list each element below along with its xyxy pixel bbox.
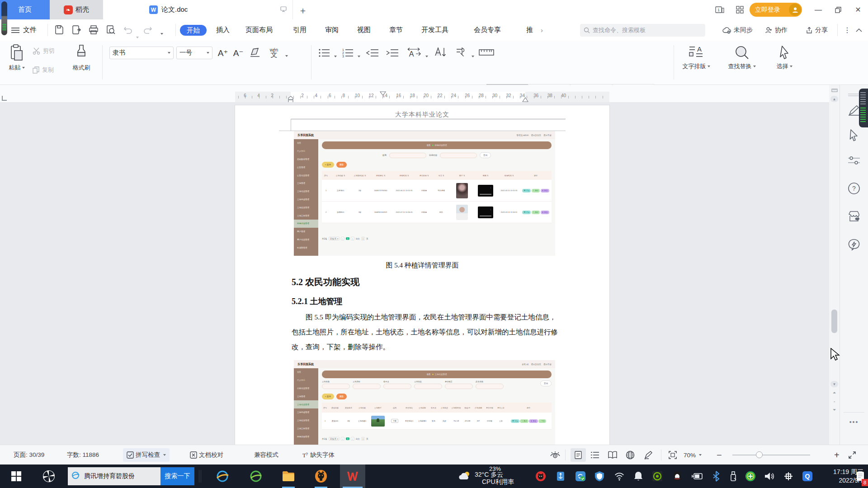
- proofread-button[interactable]: 文档校对: [190, 445, 223, 465]
- zoom-level[interactable]: 70%: [684, 445, 702, 465]
- bullet-caret-icon[interactable]: [333, 52, 337, 59]
- fig1-logout[interactable]: 退出登录: [543, 134, 552, 136]
- tray-wifi-icon[interactable]: [614, 471, 625, 482]
- zoom-slider-track[interactable]: [732, 455, 810, 455]
- export-icon[interactable]: [71, 25, 82, 36]
- font-name-select[interactable]: 隶书: [109, 47, 174, 59]
- panel-drag-handle[interactable]: [848, 90, 860, 99]
- collapse-ribbon-icon[interactable]: [856, 19, 862, 41]
- numbered-list-icon[interactable]: 123: [340, 47, 355, 59]
- missing-font-button[interactable]: T? 缺失字体: [301, 445, 335, 465]
- panel-more-icon[interactable]: •••: [849, 418, 859, 426]
- pen-tool-icon[interactable]: [848, 104, 860, 118]
- fig1-table-row[interactable]: 2 水稻田01 3亩 1646961164519 2022-07-11 10:5…: [322, 202, 552, 223]
- redo-icon[interactable]: [143, 25, 154, 36]
- decrease-indent-icon[interactable]: [364, 47, 381, 59]
- fig-sidebar-item[interactable]: 土地管理: [294, 392, 318, 400]
- decrease-font-icon[interactable]: A⁻: [231, 47, 245, 59]
- horizontal-ruler[interactable]: 642246810121416182022242628303234363840: [0, 92, 840, 102]
- web-view-icon[interactable]: [626, 445, 635, 465]
- spellcheck-button[interactable]: 拼写检查: [123, 448, 170, 462]
- eye-protect-icon[interactable]: [550, 445, 561, 465]
- fig-sidebar-item[interactable]: 种植详情管理: [294, 220, 318, 228]
- pinyin-guide-icon[interactable]: wén文: [265, 45, 283, 60]
- fig-sidebar-item[interactable]: 首页: [294, 368, 318, 376]
- close-button[interactable]: ✕: [848, 0, 868, 19]
- start-button[interactable]: [7, 465, 25, 488]
- tray-bell-icon[interactable]: [633, 471, 644, 482]
- monitor-icon[interactable]: [280, 5, 287, 14]
- fit-page-icon[interactable]: [668, 445, 677, 465]
- bullet-list-icon[interactable]: [316, 47, 332, 59]
- tray-ime-icon[interactable]: [783, 471, 794, 482]
- tray-bluetooth-icon[interactable]: [711, 471, 722, 482]
- document-canvas[interactable]: 大学本科毕业论文 乐享田园系统 管理员 admin 退出到首页 退出登录 首页个…: [0, 102, 840, 445]
- increase-indent-icon[interactable]: [384, 47, 401, 59]
- fig1-exit-home[interactable]: 退出到首页: [531, 134, 542, 136]
- menu-overflow-icon[interactable]: ›: [541, 19, 543, 41]
- menu-tab-review[interactable]: 审阅: [325, 19, 339, 41]
- zoom-in-button[interactable]: +: [834, 445, 840, 465]
- print-preview-icon[interactable]: [106, 25, 117, 36]
- fig-sidebar-item[interactable]: 首页: [294, 139, 318, 147]
- fig2-search-input[interactable]: [476, 384, 504, 389]
- tray-sync-icon[interactable]: [575, 471, 586, 482]
- weather-icon[interactable]: [457, 465, 473, 488]
- select-button[interactable]: 选择: [769, 45, 800, 70]
- fig-sidebar-item[interactable]: 土地申请管理: [294, 408, 318, 417]
- fig-sidebar-item[interactable]: 土地管理: [294, 179, 318, 188]
- fig2-search-input[interactable]: [445, 384, 473, 389]
- taskbar-360se-icon[interactable]: [246, 465, 266, 488]
- tray-360-icon[interactable]: [745, 471, 756, 482]
- cut-button[interactable]: 剪切: [33, 47, 55, 55]
- tray-power-icon[interactable]: [691, 471, 704, 482]
- undo-icon[interactable]: [123, 25, 134, 36]
- command-search-box[interactable]: 查找命令、搜索模板: [580, 24, 705, 37]
- increase-font-icon[interactable]: A⁺: [216, 47, 230, 59]
- font-size-select[interactable]: 一号: [176, 47, 212, 59]
- sort-icon[interactable]: [432, 46, 448, 59]
- taskbar-wps-icon[interactable]: [340, 465, 365, 488]
- fig-sidebar-item[interactable]: 台账信息管理: [294, 385, 318, 393]
- fig1-delete-button[interactable]: 删除: [336, 162, 347, 168]
- tab-ruler-icon[interactable]: [477, 46, 495, 59]
- zoom-out-button[interactable]: −: [717, 445, 722, 465]
- fig2-add-button[interactable]: + 新增: [322, 394, 334, 399]
- fig1-search-input2[interactable]: [440, 153, 477, 158]
- ink-view-icon[interactable]: [644, 445, 654, 465]
- fig2-search-button[interactable]: 查询: [540, 380, 552, 386]
- fig2-search-input[interactable]: [353, 384, 381, 389]
- fig-sidebar-item[interactable]: 用户管理: [294, 228, 318, 236]
- taskbar-search-button[interactable]: 搜索一下: [160, 467, 194, 485]
- fullscreen-icon[interactable]: [848, 445, 856, 465]
- tray-qq-icon[interactable]: [672, 471, 683, 482]
- fig2-search-input[interactable]: [322, 384, 350, 389]
- charscale-caret-icon[interactable]: [424, 52, 428, 59]
- taskbar-ie-icon[interactable]: [212, 465, 232, 488]
- page-view-icon[interactable]: [571, 448, 586, 462]
- select-browse-button[interactable]: ▫: [831, 399, 838, 404]
- fig-sidebar-item[interactable]: 种植详情管理: [294, 432, 318, 441]
- save-icon[interactable]: [54, 25, 65, 36]
- taskbar-cat-app-icon[interactable]: [311, 465, 331, 488]
- copy-button[interactable]: 复制: [33, 66, 54, 74]
- plugin-icon[interactable]: [848, 239, 860, 252]
- fig-sidebar-item[interactable]: 土地信息管理: [294, 188, 318, 196]
- book-view-icon[interactable]: [608, 445, 618, 465]
- tray-shield-icon[interactable]: [594, 471, 605, 482]
- menu-tab-insert[interactable]: 插入: [216, 19, 230, 41]
- menu-tab-member[interactable]: 会员专享: [474, 19, 501, 41]
- fig-sidebar-item[interactable]: 土地订单管理: [294, 211, 318, 220]
- skin-shop-icon[interactable]: [848, 211, 860, 224]
- collaborate-button[interactable]: 协作: [765, 19, 788, 41]
- document-scrollbar[interactable]: ▲ ▼ ⏶ ▫ ⏷: [829, 85, 840, 445]
- fig1-search-button[interactable]: 查询: [480, 152, 491, 158]
- fig-sidebar-item[interactable]: 公告信息管理: [294, 171, 318, 179]
- right-indent-marker[interactable]: [522, 97, 528, 102]
- new-tab-button[interactable]: ＋: [298, 5, 307, 17]
- fig2-table-row[interactable]: 1房东0012亩土地名称1 下载 所在地址1土地类型1有无良好 752.2847…: [322, 413, 552, 430]
- prev-page-button[interactable]: ⏶: [831, 390, 838, 395]
- compat-mode[interactable]: 兼容模式: [254, 445, 278, 465]
- fig2-exit-home[interactable]: 退出到首页: [531, 363, 542, 366]
- fig-sidebar-item[interactable]: 土地申请管理: [294, 196, 318, 204]
